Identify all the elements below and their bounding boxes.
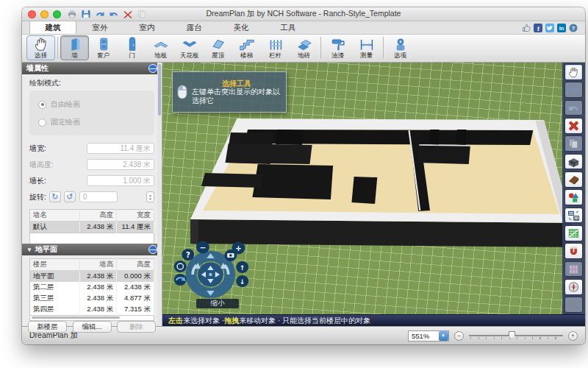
zoom-slider[interactable] xyxy=(469,331,563,340)
tab-2[interactable]: 室内 xyxy=(123,21,171,34)
radio-free-draw-label: 自由绘画 xyxy=(51,99,80,110)
guides-button xyxy=(564,261,583,277)
ribbon-toolbar: 选择墙窗户门地板天花板屋顶楼梯栏杆地砖油漆测量选项 xyxy=(22,35,585,63)
rotate-row: 旋转: ↻ ↺ 0 ▲▼ xyxy=(22,188,162,205)
wall-styles-table[interactable]: 墙名高度宽度默认2.438 米11.4 厘米 xyxy=(29,209,154,233)
show-grid-button[interactable] xyxy=(564,225,583,241)
floor-icon xyxy=(152,37,170,52)
ribbon-paint-button[interactable]: 油漆 xyxy=(323,35,352,60)
ribbon-tiles-button[interactable]: 地砖 xyxy=(290,35,318,60)
tab-3[interactable]: 露台 xyxy=(171,21,218,34)
wall-properties-header[interactable]: 墙属性 — xyxy=(22,63,162,74)
rotate-ccw-button[interactable]: ↺ xyxy=(64,191,76,202)
wall-length-input[interactable]: 1.000 米 xyxy=(87,175,154,186)
svg-text:↑: ↑ xyxy=(240,263,245,272)
linkedin-icon[interactable]: in xyxy=(557,24,566,32)
radio-free-draw[interactable]: 自由绘画 xyxy=(38,99,146,110)
titlebar-save-icon[interactable] xyxy=(81,10,91,18)
door-icon xyxy=(123,37,141,52)
floors-table-hscrollbar[interactable] xyxy=(29,316,154,321)
ribbon-window-button[interactable]: 窗户 xyxy=(89,35,118,60)
wall-height-row: 墙高度: 2.438 米 xyxy=(22,156,162,172)
snap-magnet-button[interactable] xyxy=(564,243,583,259)
titlebar-undo-icon[interactable] xyxy=(95,10,105,18)
nav-widget: − + ? ↑ ↓ xyxy=(174,241,248,297)
close-window-button[interactable] xyxy=(28,10,36,18)
floors-header[interactable]: ▼ 地平面 — xyxy=(22,244,162,255)
tab-4[interactable]: 美化 xyxy=(218,21,265,34)
ribbon-floor-button[interactable]: 地板 xyxy=(146,35,175,60)
twitter-icon[interactable] xyxy=(545,24,554,32)
stairs-icon xyxy=(238,37,256,52)
collapse-floors-panel-button[interactable]: — xyxy=(148,245,157,254)
table-row[interactable]: 第三层2.438 米4.877 米 xyxy=(30,293,154,304)
titlebar-delete-icon[interactable] xyxy=(123,10,133,18)
tab-1[interactable]: 室外 xyxy=(76,21,123,34)
ribbon-tabs: 建筑室外室内露台美化工具 fin? xyxy=(22,21,585,35)
rotate-stepper[interactable]: ▲▼ xyxy=(146,191,154,202)
collapse-wall-panel-button[interactable]: — xyxy=(148,64,157,73)
tab-5[interactable]: 工具 xyxy=(265,21,312,34)
svg-text:3D: 3D xyxy=(574,216,579,220)
ribbon-wall-button[interactable]: 墙 xyxy=(60,35,89,60)
zoom-level-value: 551% xyxy=(409,332,439,340)
ribbon-door-button[interactable]: 门 xyxy=(118,35,146,60)
title-bar: DreamPlan 加 by NCH Software - Ranch-Styl… xyxy=(22,7,585,21)
ribbon-hand-button[interactable]: 选择 xyxy=(26,35,55,60)
pan-tool-button[interactable] xyxy=(564,64,583,80)
like-icon[interactable] xyxy=(522,24,531,32)
svg-text:?: ? xyxy=(572,25,576,32)
rotate-cw-button[interactable]: ↻ xyxy=(49,191,61,202)
ribbon-ceiling-button[interactable]: 天花板 xyxy=(175,35,204,60)
svg-text:↓: ↓ xyxy=(240,277,245,286)
ribbon-stairs-button[interactable]: 楼梯 xyxy=(232,35,261,60)
floors-button-1[interactable]: 编辑... xyxy=(73,321,112,333)
delete-button[interactable] xyxy=(564,118,583,134)
ribbon-railing-button[interactable]: 栏杆 xyxy=(261,35,290,60)
titlebar-redo-icon[interactable] xyxy=(109,10,119,18)
hand-icon xyxy=(32,37,50,52)
undo-button xyxy=(564,82,583,98)
tab-0[interactable]: 建筑 xyxy=(29,21,76,34)
titlebar-print-icon[interactable] xyxy=(67,10,77,18)
zoom-level-select[interactable]: 551% ▼ xyxy=(408,330,449,342)
wall-height-input: 2.438 米 xyxy=(87,159,154,170)
ribbon-roof-button[interactable]: 屋顶 xyxy=(204,35,232,60)
show-objects-button[interactable] xyxy=(564,189,583,205)
zoom-select-arrow-icon[interactable]: ▼ xyxy=(439,331,448,341)
ribbon-separator xyxy=(383,37,384,59)
show-walls-button[interactable] xyxy=(564,154,583,170)
table-row[interactable]: 默认2.438 米11.4 厘米 xyxy=(30,222,154,233)
compass-button[interactable] xyxy=(564,279,583,295)
railing-icon xyxy=(267,37,284,52)
wall-width-input[interactable]: 11.4 厘米 xyxy=(87,143,154,154)
radio-fixed-draw-dot[interactable] xyxy=(38,118,46,127)
show-terrain-button[interactable] xyxy=(564,171,583,188)
collapse-arrow-icon: ▼ xyxy=(26,247,32,253)
wall-icon xyxy=(66,37,84,52)
zoom-out-button[interactable]: − xyxy=(454,331,464,341)
minimize-window-button[interactable] xyxy=(40,10,49,18)
ribbon-measure-button[interactable]: 测量 xyxy=(352,35,381,60)
floors-button-2: 删除 xyxy=(117,321,156,333)
floors-table[interactable]: 楼层墙高高度地平面2.438 米0.000 米第二层2.438 米2.438 米… xyxy=(29,258,154,316)
table-row[interactable]: 第二层2.438 米2.438 米 xyxy=(30,282,154,293)
3d-viewport[interactable]: − + ? ↑ ↓ xyxy=(162,63,585,314)
rotate-input[interactable]: 0 xyxy=(79,191,118,202)
floors-button-0[interactable]: 新楼层 xyxy=(28,321,67,333)
ribbon-options-button[interactable]: 选项 xyxy=(386,35,415,60)
table-row[interactable]: 第四层2.438 米7.315 米 xyxy=(30,304,154,316)
radio-fixed-draw[interactable]: 固定绘画 xyxy=(38,117,146,127)
hint-bar: 左击 来选择对象 · 拖拽 来移动对象 · 只能选择当前楼层中的对象 xyxy=(162,314,585,326)
panel-vscrollbar[interactable] xyxy=(157,63,162,326)
zoom-window-button[interactable] xyxy=(53,10,61,18)
zoom-region-button: Q xyxy=(564,297,583,313)
view-2d-3d-button[interactable]: 2D3D xyxy=(564,208,583,224)
nav-hover-label: 缩小 xyxy=(196,299,239,308)
zoom-in-button[interactable]: + xyxy=(568,331,578,341)
radio-free-draw-dot[interactable] xyxy=(38,101,46,109)
table-row[interactable]: 地平面2.438 米0.000 米 xyxy=(30,271,154,283)
info-icon[interactable]: ? xyxy=(569,24,578,32)
floors-title: 地平面 xyxy=(35,244,57,255)
facebook-icon[interactable]: f xyxy=(534,24,542,32)
